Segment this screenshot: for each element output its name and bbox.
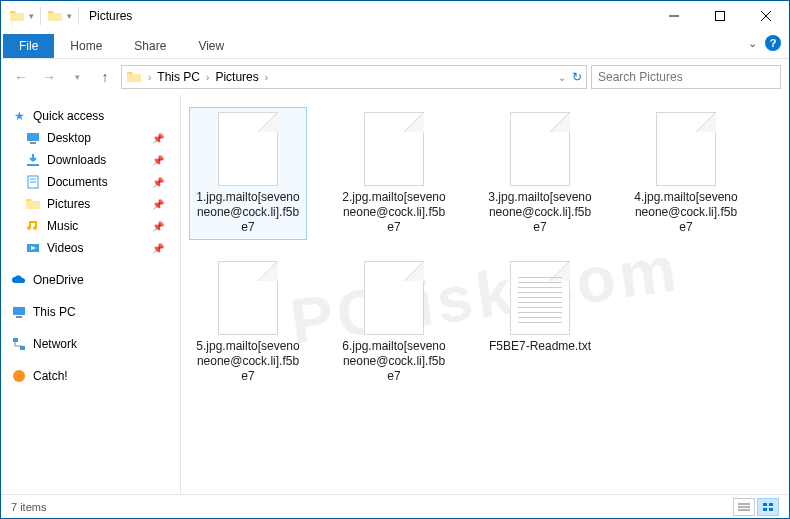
sidebar-network[interactable]: Network [5, 333, 176, 355]
recent-locations-icon[interactable]: ▾ [65, 65, 89, 89]
pin-icon: 📌 [152, 155, 172, 166]
sidebar-item-documents[interactable]: Documents📌 [5, 171, 176, 193]
file-item[interactable]: 2.jpg.mailto[sevenoneone@cock.li].f5be7 [335, 107, 453, 240]
cloud-icon [11, 272, 27, 288]
address-bar[interactable]: › This PC › Pictures › ⌄ ↻ [121, 65, 587, 89]
pc-icon [11, 304, 27, 320]
chevron-down-icon[interactable]: ⌄ [558, 72, 566, 83]
explorer-window: ▾ ▾ Pictures File Home Share View ⌄ ? ← … [0, 0, 790, 519]
svg-rect-1 [716, 12, 725, 21]
maximize-button[interactable] [697, 1, 743, 31]
sidebar-item-downloads[interactable]: Downloads📌 [5, 149, 176, 171]
ribbon: File Home Share View ⌄ ? [1, 31, 789, 59]
navbar: ← → ▾ ↑ › This PC › Pictures › ⌄ ↻ Searc… [1, 59, 789, 95]
pictures-icon [25, 196, 41, 212]
svg-rect-11 [13, 307, 25, 315]
close-button[interactable] [743, 1, 789, 31]
window-controls [651, 1, 789, 31]
pin-icon: 📌 [152, 221, 172, 232]
file-name: 3.jpg.mailto[sevenoneone@cock.li].f5be7 [486, 190, 594, 235]
sidebar-item-pictures[interactable]: Pictures📌 [5, 193, 176, 215]
up-button[interactable]: ↑ [93, 65, 117, 89]
svg-rect-6 [27, 164, 39, 166]
file-icon [218, 261, 278, 335]
file-item[interactable]: 4.jpg.mailto[sevenoneone@cock.li].f5be7 [627, 107, 745, 240]
help-icon[interactable]: ? [765, 35, 781, 51]
desktop-icon [25, 130, 41, 146]
pin-icon: 📌 [152, 133, 172, 144]
chevron-right-icon[interactable]: › [148, 72, 151, 83]
minimize-button[interactable] [651, 1, 697, 31]
forward-button[interactable]: → [37, 65, 61, 89]
file-name: 4.jpg.mailto[sevenoneone@cock.li].f5be7 [632, 190, 740, 235]
sidebar-quick-access[interactable]: ★ Quick access [5, 105, 176, 127]
sidebar-onedrive[interactable]: OneDrive [5, 269, 176, 291]
quick-access-toolbar: ▾ ▾ [1, 7, 81, 25]
chevron-down-icon[interactable]: ▾ [29, 11, 34, 21]
file-item[interactable]: F5BE7-Readme.txt [481, 256, 599, 389]
file-name: 2.jpg.mailto[sevenoneone@cock.li].f5be7 [340, 190, 448, 235]
file-name: 1.jpg.mailto[sevenoneone@cock.li].f5be7 [194, 190, 302, 235]
star-icon: ★ [11, 108, 27, 124]
file-item[interactable]: 3.jpg.mailto[sevenoneone@cock.li].f5be7 [481, 107, 599, 240]
chevron-right-icon[interactable]: › [206, 72, 209, 83]
file-icon [510, 112, 570, 186]
item-count: 7 items [11, 501, 46, 513]
file-icon [510, 261, 570, 335]
sidebar-item-desktop[interactable]: Desktop📌 [5, 127, 176, 149]
large-icons-view-button[interactable] [757, 498, 779, 516]
back-button[interactable]: ← [9, 65, 33, 89]
svg-rect-5 [30, 142, 36, 144]
refresh-icon[interactable]: ↻ [572, 70, 582, 84]
catch-icon [11, 368, 27, 384]
tab-view[interactable]: View [182, 34, 240, 58]
tab-home[interactable]: Home [54, 34, 118, 58]
status-bar: 7 items [1, 494, 789, 518]
svg-rect-4 [27, 133, 39, 141]
breadcrumb[interactable]: Pictures [215, 70, 258, 84]
downloads-icon [25, 152, 41, 168]
svg-rect-19 [763, 503, 767, 506]
titlebar: ▾ ▾ Pictures [1, 1, 789, 31]
file-icon [656, 112, 716, 186]
pin-icon: 📌 [152, 243, 172, 254]
svg-rect-21 [763, 508, 767, 511]
documents-icon [25, 174, 41, 190]
svg-rect-12 [16, 316, 22, 318]
file-name: 6.jpg.mailto[sevenoneone@cock.li].f5be7 [340, 339, 448, 384]
file-item[interactable]: 6.jpg.mailto[sevenoneone@cock.li].f5be7 [335, 256, 453, 389]
details-view-button[interactable] [733, 498, 755, 516]
svg-rect-14 [20, 346, 25, 350]
tab-share[interactable]: Share [118, 34, 182, 58]
sidebar-item-music[interactable]: Music📌 [5, 215, 176, 237]
folder-icon [9, 8, 25, 24]
svg-rect-13 [13, 338, 18, 342]
chevron-right-icon[interactable]: › [265, 72, 268, 83]
file-name: F5BE7-Readme.txt [489, 339, 591, 354]
music-icon [25, 218, 41, 234]
file-icon [364, 112, 424, 186]
file-icon [218, 112, 278, 186]
chevron-down-icon[interactable]: ▾ [67, 11, 72, 21]
sidebar-this-pc[interactable]: This PC [5, 301, 176, 323]
breadcrumb[interactable]: This PC [157, 70, 200, 84]
search-placeholder: Search Pictures [598, 70, 683, 84]
folder-icon[interactable] [47, 8, 63, 24]
window-title: Pictures [81, 9, 651, 23]
sidebar-item-videos[interactable]: Videos📌 [5, 237, 176, 259]
svg-rect-20 [769, 503, 773, 506]
folder-icon [126, 69, 142, 85]
search-input[interactable]: Search Pictures [591, 65, 781, 89]
network-icon [11, 336, 27, 352]
file-item[interactable]: 1.jpg.mailto[sevenoneone@cock.li].f5be7 [189, 107, 307, 240]
svg-rect-22 [769, 508, 773, 511]
file-name: 5.jpg.mailto[sevenoneone@cock.li].f5be7 [194, 339, 302, 384]
sidebar-catch[interactable]: Catch! [5, 365, 176, 387]
file-icon [364, 261, 424, 335]
file-tab[interactable]: File [3, 34, 54, 58]
file-pane[interactable]: PCrisk.com 1.jpg.mailto[sevenoneone@cock… [181, 95, 789, 494]
sidebar: ★ Quick access Desktop📌Downloads📌Documen… [1, 95, 181, 494]
expand-ribbon-icon[interactable]: ⌄ [748, 37, 757, 50]
file-item[interactable]: 5.jpg.mailto[sevenoneone@cock.li].f5be7 [189, 256, 307, 389]
pin-icon: 📌 [152, 177, 172, 188]
